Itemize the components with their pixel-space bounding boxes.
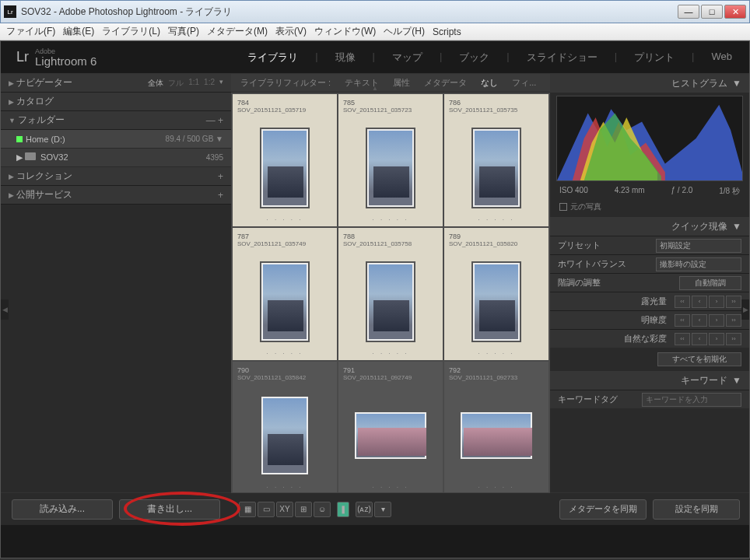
thumbnail-cell[interactable]: 791 SOV_20151121_092749 · · · · · [338,362,443,492]
left-panel-toggle-icon[interactable]: ◀ [1,299,9,320]
thumb-index: 786 [449,99,544,107]
module-picker-bar: Lr Adobe Lightroom 6 ライブラリ| 現像| マップ| ブック… [1,41,749,74]
vibrance-label: 自然な彩度 [624,333,667,345]
painter-tool-icon[interactable]: ❚ [337,502,349,517]
histogram-focal: 4.23 mm [615,186,645,197]
module-develop[interactable]: 現像 [334,51,357,65]
menu-view[interactable]: 表示(V) [275,25,307,38]
drive-item[interactable]: Home (D:) 89.4 / 500 GB ▼ [1,130,231,149]
thumb-rating-dots: · · · · · [266,484,303,491]
thumb-filename: SOV_20151121_035735 [449,107,544,114]
maximize-button[interactable]: □ [701,5,723,19]
thumbnail-cell[interactable]: 787 SOV_20151121_035749 · · · · · [233,228,337,360]
sync-settings-button[interactable]: 設定を同期 [653,499,740,520]
catalog-header[interactable]: ▶ カタログ [1,93,231,111]
menu-scripts[interactable]: Scripts [433,26,461,37]
histogram-aperture: ƒ / 2.0 [671,186,693,197]
thumbnail-cell[interactable]: 790 SOV_20151121_035842 · · · · · [233,362,337,492]
sync-metadata-button[interactable]: メタデータを同期 [559,499,647,520]
folder-item[interactable]: ▶ SOV32 4395 [1,149,231,167]
grid-view: ライブラリフィルター : テキスト 属性 メタデータ なし フィ... 784 … [231,74,550,525]
thumb-rating-dots: · · · · · [266,216,303,223]
exposure-dec[interactable]: ‹ [692,296,707,308]
minimize-button[interactable]: — [678,5,699,19]
right-panel-toggle-icon[interactable]: ▶ [741,299,749,320]
filter-label: ライブラリフィルター : [237,75,334,90]
publish-header[interactable]: ▶ 公開サービス + [1,186,231,205]
people-view-icon[interactable]: ☺ [314,502,331,517]
menu-window[interactable]: ウィンドウ(W) [314,25,376,38]
exposure-label: 露光量 [641,296,667,307]
left-panel: ▶ ナビゲーター 全体 フル 1:1 1:2 ▾ ▶ カタログ ▼ フォルダー … [1,74,231,525]
grid-view-icon[interactable]: ▦ [239,502,256,517]
module-web[interactable]: Web [710,51,734,65]
keyword-input[interactable] [642,393,741,407]
reset-all-button[interactable]: すべてを初期化 [657,352,741,366]
folders-header[interactable]: ▼ フォルダー — + [1,111,231,130]
histogram-header[interactable]: ヒストグラム▼ [550,74,749,93]
filter-metadata[interactable]: メタデータ [421,75,470,90]
grid-toolbar: ▦ ▭ XY ⊞ ☺ ❚ (ᴀz) ▾ [231,492,550,525]
menu-library[interactable]: ライブラリ(L) [102,25,160,38]
module-book[interactable]: ブック [457,51,491,65]
module-library[interactable]: ライブラリ [246,51,300,65]
exposure-dec2[interactable]: ‹‹ [675,296,690,308]
thumb-image [366,261,415,342]
thumbnail-cell[interactable]: 784 SOV_20151121_035719 · · · · · [233,94,337,226]
sort-dropdown-icon[interactable]: ▾ [374,502,391,517]
filter-more[interactable]: フィ... [509,75,539,90]
thumbnail-cell[interactable]: 786 SOV_20151121_035735 · · · · · [444,94,548,226]
import-button[interactable]: 読み込み... [12,499,113,520]
menu-help[interactable]: ヘルプ(H) [384,25,425,38]
top-panel-toggle-icon[interactable]: ▲ [372,85,378,92]
module-print[interactable]: プリント [633,51,676,65]
thumbnail-cell[interactable]: 789 SOV_20151121_035820 · · · · · [444,228,548,360]
auto-tone-button[interactable]: 自動階調 [679,276,741,290]
thumb-rating-dots: · · · · · [266,350,303,357]
loupe-view-icon[interactable]: ▭ [258,502,275,517]
keyword-tag-label: キーワードタグ [558,394,618,405]
survey-view-icon[interactable]: ⊞ [295,502,312,517]
thumb-index: 785 [343,99,438,107]
menu-metadata[interactable]: メタデータ(M) [207,25,268,38]
close-button[interactable]: ✕ [724,5,746,19]
histogram[interactable] [556,96,743,181]
product-label: Lightroom 6 [35,55,96,67]
keywords-header[interactable]: キーワード▼ [550,371,749,390]
original-checkbox[interactable] [559,203,567,211]
app-icon: Lr [4,5,16,18]
thumb-rating-dots: · · · · · [478,484,514,491]
thumb-filename: SOV_20151121_035842 [237,374,332,381]
histogram-shutter: 1/8 秒 [719,186,740,197]
menu-photo[interactable]: 写真(P) [168,25,199,38]
preset-label: プリセット [558,240,601,251]
thumbnail-cell[interactable]: 792 SOV_20151121_092733 · · · · · [444,362,548,492]
wb-select[interactable]: 撮影時の設定 [656,257,741,271]
filter-none[interactable]: なし [478,75,501,90]
compare-view-icon[interactable]: XY [276,502,293,517]
module-slideshow[interactable]: スライドショー [525,51,599,65]
window-title: SOV32 - Adobe Photoshop Lightroom - ライブラ… [21,5,232,19]
menu-edit[interactable]: 編集(E) [63,25,94,38]
quick-develop-header[interactable]: クイック現像▼ [550,217,749,236]
module-map[interactable]: マップ [391,51,424,65]
folders-add-remove[interactable]: — + [206,115,223,126]
exposure-inc2[interactable]: ›› [726,296,741,308]
navigator-header[interactable]: ▶ ナビゲーター 全体 フル 1:1 1:2 ▾ [1,74,231,93]
thumbnail-cell[interactable]: 788 SOV_20151121_035758 · · · · · [338,228,443,360]
exposure-inc[interactable]: › [709,296,724,308]
collections-header[interactable]: ▶ コレクション + [1,167,231,186]
sort-direction-icon[interactable]: (ᴀz) [356,502,373,517]
thumbnail-cell[interactable]: 785 SOV_20151121_035723 · · · · · [338,94,443,226]
module-tabs: ライブラリ| 現像| マップ| ブック| スライドショー| プリント| Web [246,51,734,65]
preset-select[interactable]: 初期設定 [656,239,741,253]
thumb-index: 788 [343,233,438,240]
thumb-index: 789 [449,233,544,240]
filter-attribute[interactable]: 属性 [390,75,413,90]
wb-label: ホワイトバランス [558,258,626,270]
thumb-index: 790 [237,366,332,374]
export-button[interactable]: 書き出し... [119,499,220,520]
thumb-image [459,411,534,460]
thumb-image [471,261,521,342]
menu-file[interactable]: ファイル(F) [6,25,55,38]
